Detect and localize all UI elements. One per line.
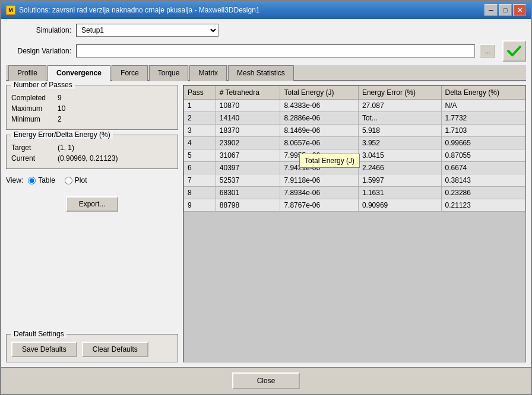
table-cell-r2-c2: 8.1469e-06 [280, 125, 358, 137]
tab-torque[interactable]: Torque [149, 65, 189, 81]
minimize-button[interactable]: ─ [484, 4, 498, 16]
right-panel: Pass # Tetrahedra Total Energy (J) Energ… [183, 85, 526, 362]
energy-error-group: Energy Error/Delta Energy (%) Target (1,… [6, 135, 178, 169]
table-row: 7525377.9118e-061.59970.38143 [184, 174, 525, 187]
current-value: (0.90969, 0.21123) [58, 154, 118, 163]
radio-plot-label: Plot [75, 176, 87, 184]
table-cell-r8-c1: 88798 [216, 199, 280, 212]
close-button[interactable]: Close [232, 372, 300, 389]
table-cell-r4-c0: 5 [184, 149, 216, 162]
table-header-row: Pass # Tetrahedra Total Energy (J) Energ… [184, 86, 525, 100]
table-cell-r7-c4: 0.23286 [441, 187, 525, 199]
table-cell-r1-c0: 2 [184, 112, 216, 125]
number-of-passes-title: Number of Passes [11, 81, 75, 89]
main-area: Number of Passes Completed 9 Maximum 10 … [6, 85, 526, 362]
radio-table[interactable]: Table [28, 176, 55, 184]
table-cell-r6-c4: 0.38143 [441, 174, 525, 187]
table-row: 4239028.0657e-063.9520.99665 [184, 137, 525, 149]
table-cell-r6-c3: 1.5997 [358, 174, 441, 187]
table-cell-r5-c2: 7.9421e-06 [280, 162, 358, 174]
maximum-label: Maximum [11, 104, 53, 113]
completed-row: Completed 9 [11, 93, 173, 103]
title-buttons: ─ □ ✕ [484, 4, 526, 16]
spacer [6, 221, 178, 329]
export-button[interactable]: Export... [66, 196, 119, 212]
table-cell-r1-c2: 8.2886e-06 [280, 112, 358, 125]
table-row: 5310677.9955e-063.04150.87055 [184, 149, 525, 162]
view-row: View: Table Plot [6, 174, 178, 187]
content-area: Simulation: Setup1 Design Variation: ...… [1, 19, 531, 367]
simulation-select[interactable]: Setup1 [76, 24, 218, 37]
clear-defaults-button[interactable]: Clear Defaults [82, 342, 148, 357]
title-bar: M Solutions: zavrsni rad verzija naknadn… [1, 1, 531, 19]
view-label: View: [6, 176, 23, 184]
table-cell-r3-c1: 23902 [216, 137, 280, 149]
table-row: 8683017.8934e-061.16310.23286 [184, 187, 525, 199]
left-panel: Number of Passes Completed 9 Maximum 10 … [6, 85, 178, 362]
design-variation-row: Design Variation: ... [6, 40, 526, 62]
data-table: Pass # Tetrahedra Total Energy (J) Energ… [183, 85, 525, 212]
design-variation-label: Design Variation: [6, 47, 71, 55]
table-cell-r0-c1: 10870 [216, 100, 280, 112]
window-close-button[interactable]: ✕ [513, 4, 526, 16]
table-cell-r0-c2: 8.4383e-06 [280, 100, 358, 112]
simulation-label: Simulation: [6, 26, 71, 34]
table-cell-r0-c4: N/A [441, 100, 525, 112]
number-of-passes-group: Number of Passes Completed 9 Maximum 10 … [6, 85, 178, 130]
completed-value: 9 [58, 94, 62, 102]
design-variation-browse-button[interactable]: ... [480, 44, 495, 58]
number-of-passes-content: Completed 9 Maximum 10 Minimum 2 [11, 90, 173, 125]
table-cell-r6-c0: 7 [184, 174, 216, 187]
minimum-row: Minimum 2 [11, 114, 173, 125]
table-cell-r4-c4: 0.87055 [441, 149, 525, 162]
design-variation-input[interactable] [76, 44, 475, 58]
table-cell-r6-c1: 52537 [216, 174, 280, 187]
col-pass: Pass [184, 86, 216, 100]
table-cell-r3-c4: 0.99665 [441, 137, 525, 149]
col-total-energy: Total Energy (J) [280, 86, 358, 100]
table-cell-r1-c1: 14140 [216, 112, 280, 125]
simulation-row: Simulation: Setup1 [6, 24, 526, 37]
current-label: Current [11, 154, 53, 163]
table-cell-r5-c0: 6 [184, 162, 216, 174]
table-cell-r7-c0: 8 [184, 187, 216, 199]
radio-plot-input[interactable] [65, 177, 72, 184]
table-cell-r8-c2: 7.8767e-06 [280, 199, 358, 212]
table-cell-r6-c2: 7.9118e-06 [280, 174, 358, 187]
table-cell-r5-c1: 40397 [216, 162, 280, 174]
table-cell-r2-c1: 18370 [216, 125, 280, 137]
table-cell-r3-c3: 3.952 [358, 137, 441, 149]
table-cell-r2-c3: 5.918 [358, 125, 441, 137]
completed-label: Completed [11, 94, 53, 102]
radio-table-label: Table [38, 176, 55, 184]
tab-force[interactable]: Force [112, 65, 148, 81]
table-cell-r4-c2: 7.9955e-06 [280, 149, 358, 162]
tab-profile[interactable]: Profile [8, 65, 46, 81]
table-cell-r3-c2: 8.0657e-06 [280, 137, 358, 149]
maximize-button[interactable]: □ [499, 4, 512, 16]
table-cell-r8-c0: 9 [184, 199, 216, 212]
table-row: 9887987.8767e-060.909690.21123 [184, 199, 525, 212]
window-title: Solutions: zavrsni rad verzija naknadno … [19, 6, 260, 14]
tab-convergence[interactable]: Convergence [48, 65, 110, 81]
radio-table-input[interactable] [28, 177, 36, 184]
radio-group: Table Plot [28, 176, 87, 184]
table-row: 3183708.1469e-065.9181.7103 [184, 125, 525, 137]
checkmark-button[interactable] [502, 40, 526, 62]
maximum-row: Maximum 10 [11, 103, 173, 114]
radio-plot[interactable]: Plot [65, 176, 87, 184]
tab-matrix[interactable]: Matrix [189, 65, 227, 81]
table-row: 1108708.4383e-0627.087N/A [184, 100, 525, 112]
title-bar-left: M Solutions: zavrsni rad verzija naknadn… [6, 5, 260, 15]
table-cell-r5-c4: 0.6674 [441, 162, 525, 174]
save-defaults-button[interactable]: Save Defaults [11, 342, 77, 357]
minimum-value: 2 [58, 115, 62, 123]
table-cell-r1-c4: 1.7732 [441, 112, 525, 125]
tab-mesh-statistics[interactable]: Mesh Statistics [228, 65, 294, 81]
table-cell-r0-c0: 1 [184, 100, 216, 112]
table-cell-r7-c3: 1.1631 [358, 187, 441, 199]
table-cell-r3-c0: 4 [184, 137, 216, 149]
table-cell-r2-c4: 1.7103 [441, 125, 525, 137]
default-buttons: Save Defaults Clear Defaults [11, 339, 173, 357]
table-row: 2141408.2886e-06Tot...1.7732 [184, 112, 525, 125]
